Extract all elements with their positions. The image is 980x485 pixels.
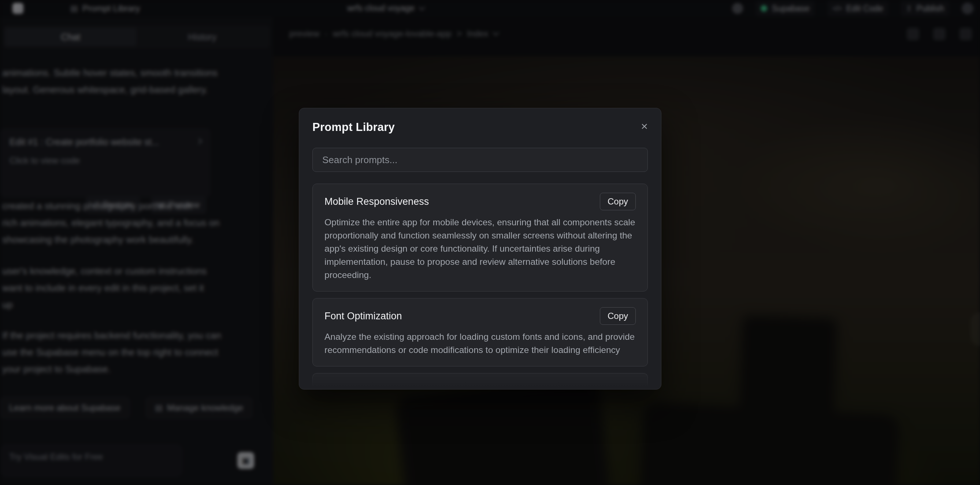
prompt-card-description: Analyze the existing approach for loadin… [325, 330, 636, 357]
list-fade [311, 370, 649, 390]
copy-button[interactable]: Copy [600, 307, 636, 325]
screen: ▤ Prompt Library wrfs cloud voyage Supab… [0, 0, 980, 485]
prompt-card: Font Optimization Copy Analyze the exist… [312, 298, 648, 366]
close-icon[interactable]: × [641, 121, 648, 132]
prompt-library-modal: Prompt Library × Mobile Responsiveness C… [299, 108, 662, 390]
copy-button[interactable]: Copy [600, 193, 636, 210]
prompt-card-description: Optimize the entire app for mobile devic… [325, 216, 636, 282]
search-input[interactable] [312, 148, 648, 172]
prompt-card-title: Mobile Responsiveness [325, 196, 429, 208]
prompt-card-title: Font Optimization [325, 311, 402, 322]
prompt-card: Mobile Responsiveness Copy Optimize the … [312, 184, 648, 292]
prompt-list[interactable]: Mobile Responsiveness Copy Optimize the … [312, 184, 648, 390]
modal-title: Prompt Library [312, 121, 395, 134]
